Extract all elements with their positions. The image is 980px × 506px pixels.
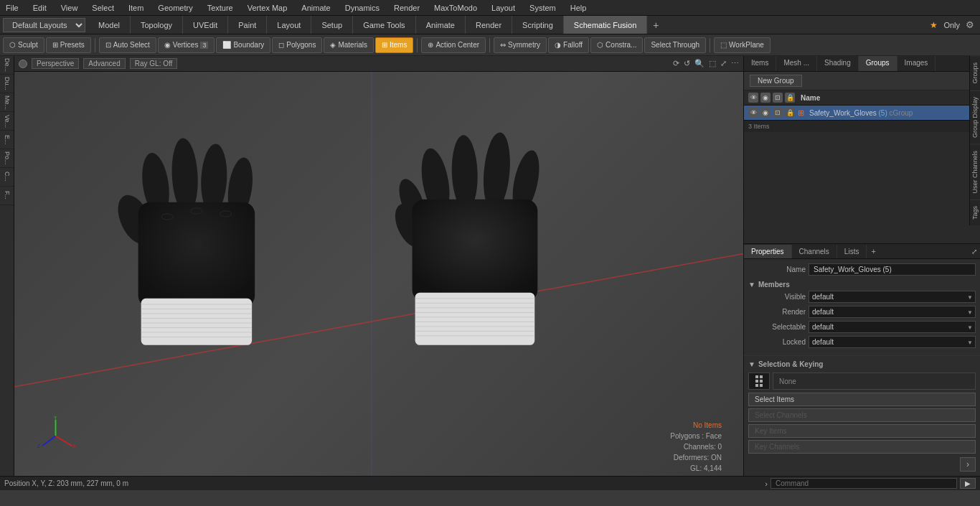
tab-scripting[interactable]: Scripting (512, 16, 564, 34)
menu-item[interactable]: Item (126, 4, 146, 12)
auto-select-button[interactable]: ⊡ Auto Select (99, 37, 156, 53)
ls-item-2[interactable]: Du... (0, 75, 14, 93)
visible-select[interactable]: default (809, 291, 976, 303)
new-group-button[interactable]: New Group (750, 75, 802, 87)
tab-topology[interactable]: Topology (131, 16, 183, 34)
rs-tab-user-channels[interactable]: User Channels (970, 144, 980, 200)
sculpt-button[interactable]: ⬡ Sculpt (3, 37, 44, 53)
presets-button[interactable]: ⊞ Presets (46, 37, 91, 53)
select-icon[interactable]: ⊡ (773, 93, 783, 103)
tab-items[interactable]: Items (744, 56, 776, 71)
tab-game-tools[interactable]: Game Tools (353, 16, 416, 34)
falloff-button[interactable]: ◑ Falloff (548, 37, 589, 53)
constraints-button[interactable]: ⬡ Constra... (590, 37, 643, 53)
select-items-btn[interactable]: Select Items (748, 393, 976, 406)
viewport-canvas[interactable]: X Y Z No Items Polygons : Face Channels:… (14, 72, 743, 476)
ls-item-4[interactable]: Ve... (0, 112, 14, 131)
menu-render[interactable]: Render (391, 4, 423, 12)
tab-shading[interactable]: Shading (817, 56, 859, 71)
select-channels-btn[interactable]: Select Channels (748, 408, 976, 422)
group-eye-icon[interactable]: 👁 (748, 108, 758, 118)
fit-icon[interactable]: ⬚ (709, 59, 716, 68)
menu-edit[interactable]: Edit (30, 4, 50, 12)
tab-mesh[interactable]: Mesh ... (776, 56, 817, 71)
workplane-button[interactable]: ⬚ WorkPlane (714, 37, 771, 53)
key-channels-btn[interactable]: Key Channels (748, 440, 976, 454)
symmetry-button[interactable]: ⇔ Symmetry (494, 37, 547, 53)
menu-file[interactable]: File (3, 4, 22, 12)
group-lock-icon[interactable]: 🔒 (785, 108, 795, 118)
layout-dropdown[interactable]: Default Layouts (3, 18, 85, 32)
menu-animate[interactable]: Animate (298, 4, 333, 12)
menu-view[interactable]: View (58, 4, 81, 12)
boundary-button[interactable]: ⬜ Boundary (216, 37, 270, 53)
prop-expand-btn[interactable]: ⤢ (969, 245, 980, 258)
viewport[interactable]: Perspective Advanced Ray GL: Off ⟳ ↺ 🔍 ⬚… (14, 56, 743, 476)
menu-geometry[interactable]: Geometry (155, 4, 195, 12)
more-icon[interactable]: ⋯ (731, 59, 739, 68)
render-select[interactable]: default (809, 306, 976, 318)
orbit-icon[interactable]: ⟳ (673, 59, 679, 68)
group-render-icon[interactable]: ◉ (760, 108, 771, 118)
group-select-icon[interactable]: ⊡ (773, 108, 783, 118)
tab-animate[interactable]: Animate (416, 16, 466, 34)
tab-setup[interactable]: Setup (311, 16, 353, 34)
rs-tab-group-display[interactable]: Group Display (970, 90, 980, 144)
command-run-btn[interactable]: ▶ (960, 478, 976, 489)
perspective-dropdown[interactable]: Perspective (32, 58, 79, 69)
tab-model[interactable]: Model (88, 16, 131, 34)
tab-lists[interactable]: Lists (837, 245, 867, 258)
advanced-dropdown[interactable]: Advanced (83, 58, 125, 69)
tab-channels[interactable]: Channels (792, 245, 837, 258)
items-button[interactable]: ⊞ Items (375, 37, 413, 53)
tab-uvedit[interactable]: UVEdit (183, 16, 228, 34)
tab-schematic-fusion[interactable]: Schematic Fusion (564, 16, 647, 34)
reset-icon[interactable]: ↺ (684, 59, 690, 68)
render-icon[interactable]: ◉ (760, 93, 771, 103)
add-layout-button[interactable]: + (647, 19, 664, 31)
panel-right-expand[interactable]: › (960, 457, 976, 472)
ls-item-3[interactable]: Me... (0, 93, 14, 112)
ls-item-5[interactable]: E... (0, 131, 14, 149)
raygl-toggle[interactable]: Ray GL: Off (130, 58, 178, 69)
selectable-select[interactable]: default (809, 321, 976, 333)
ls-item-8[interactable]: F... (0, 187, 14, 205)
materials-button[interactable]: ◈ Materials (324, 37, 374, 53)
menu-dynamics[interactable]: Dynamics (342, 4, 382, 12)
menu-help[interactable]: Help (567, 4, 590, 12)
key-items-btn[interactable]: Key Items (748, 424, 976, 438)
rs-tab-groups[interactable]: Groups (970, 56, 980, 90)
tab-images[interactable]: Images (897, 56, 936, 71)
settings-icon[interactable]: ⚙ (966, 19, 974, 30)
zoom-in-icon[interactable]: 🔍 (694, 59, 705, 68)
expand-icon[interactable]: ⤢ (720, 59, 727, 68)
polygons-button[interactable]: ◻ Polygons (272, 37, 322, 53)
ls-item-6[interactable]: Po... (0, 149, 14, 168)
locked-select[interactable]: default (809, 336, 976, 348)
tab-render[interactable]: Render (466, 16, 512, 34)
ls-item-1[interactable]: De... (0, 56, 14, 75)
rs-tab-tags[interactable]: Tags (970, 200, 980, 225)
lock-icon[interactable]: 🔒 (785, 93, 795, 103)
members-section[interactable]: ▼ Members (748, 278, 976, 291)
ls-item-7[interactable]: C... (0, 168, 14, 187)
command-input[interactable] (771, 478, 957, 489)
tab-layout[interactable]: Layout (267, 16, 311, 34)
eye-icon[interactable]: 👁 (748, 93, 758, 103)
add-tab-btn[interactable]: + (867, 244, 880, 258)
vertices-button[interactable]: ◉ Vertices 3 (158, 37, 215, 53)
group-item[interactable]: 👁 ◉ ⊡ 🔒 ⊞ Safety_Work_Gloves (5) cGroup (744, 106, 980, 121)
menu-layout[interactable]: Layout (489, 4, 518, 12)
menu-texture[interactable]: Texture (204, 4, 236, 12)
select-through-button[interactable]: Select Through (644, 37, 706, 53)
menu-vertex-map[interactable]: Vertex Map (245, 4, 291, 12)
menu-system[interactable]: System (527, 4, 559, 12)
action-center-button[interactable]: ⊕ Action Center (421, 37, 486, 53)
viewport-dot[interactable] (19, 60, 27, 68)
menu-select[interactable]: Select (89, 4, 117, 12)
menu-maxtomodo[interactable]: MaxToModo (431, 4, 480, 12)
tab-groups[interactable]: Groups (859, 56, 897, 71)
tab-paint[interactable]: Paint (228, 16, 267, 34)
sel-keying-header[interactable]: ▼ Selection & Keying (748, 360, 976, 368)
tab-properties[interactable]: Properties (744, 245, 792, 258)
